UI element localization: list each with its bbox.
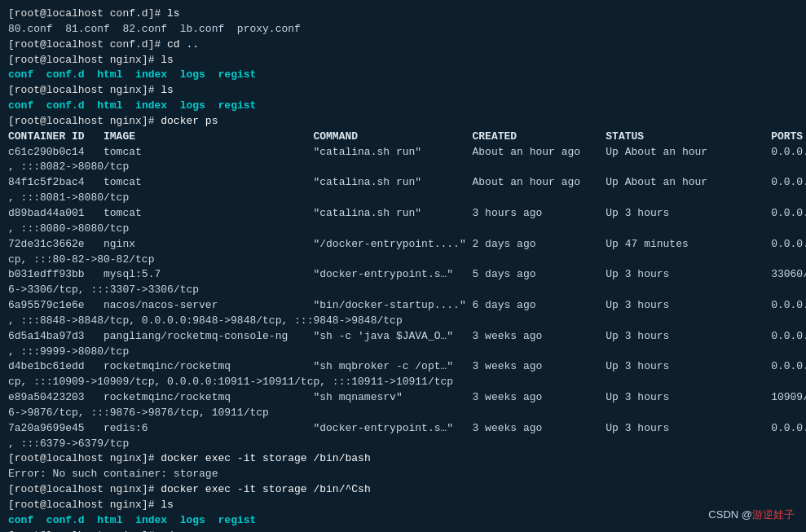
terminal-line: e89a50423203 rocketmqinc/rocketmq "sh mq… bbox=[8, 390, 798, 406]
terminal-line: [root@localhost nginx]# docker exec -it … bbox=[8, 482, 798, 498]
terminal-line: cp, :::80-82->80-82/tcp c_nginx bbox=[8, 253, 798, 268]
terminal-line: CONTAINER ID IMAGE COMMAND CREATED STATU… bbox=[8, 130, 798, 145]
terminal-line: 6d5a14ba97d3 pangliang/rocketmq-console-… bbox=[8, 329, 798, 345]
terminal-line: [root@localhost conf.d]# ls bbox=[8, 7, 798, 22]
terminal-line: , :::8081->8080/tcp c_tomcat1 bbox=[8, 191, 798, 206]
terminal-line: 72de31c3662e nginx "/docker-entrypoint..… bbox=[8, 237, 798, 253]
terminal-line: b031edff93bb mysql:5.7 "docker-entrypoin… bbox=[8, 267, 798, 283]
terminal-line: [root@localhost nginx]# cd .. bbox=[8, 529, 798, 532]
terminal-line: d4be1bc61edd rocketmqinc/rocketmq "sh mq… bbox=[8, 359, 798, 375]
terminal-line: , :::8848->8848/tcp, 0.0.0.0:9848->9848/… bbox=[8, 314, 798, 329]
terminal-line: [root@localhost nginx]# docker ps bbox=[8, 114, 798, 130]
terminal-line: Error: No such container: storage bbox=[8, 467, 798, 482]
terminal-line: [root@localhost conf.d]# cd .. bbox=[8, 37, 798, 53]
terminal-content: [root@localhost conf.d]# ls80.conf 81.co… bbox=[8, 7, 798, 532]
terminal-line: conf conf.d html index logs regist bbox=[8, 68, 798, 83]
terminal-line: [root@localhost nginx]# ls bbox=[8, 53, 798, 68]
terminal-line: 6->9876/tcp, :::9876->9876/tcp, 10911/tc… bbox=[8, 406, 798, 421]
terminal-line: 80.conf 81.conf 82.conf lb.conf proxy.co… bbox=[8, 22, 798, 37]
terminal-line: c61c290b0c14 tomcat "catalina.sh run" Ab… bbox=[8, 145, 798, 160]
terminal-line: [root@localhost nginx]# docker exec -it … bbox=[8, 451, 798, 467]
terminal-line: 6->3306/tcp, :::3307->3306/tcp mysql5.7 bbox=[8, 283, 798, 298]
terminal-line: 7a20a9699e45 redis:6 "docker-entrypoint.… bbox=[8, 421, 798, 437]
terminal-line: , :::6379->6379/tcp redis_6 bbox=[8, 437, 798, 452]
terminal-line: 84f1c5f2bac4 tomcat "catalina.sh run" Ab… bbox=[8, 175, 798, 191]
terminal-window: [root@localhost conf.d]# ls80.conf 81.co… bbox=[0, 0, 806, 532]
terminal-line: , :::8080->8080/tcp c_tomcat bbox=[8, 222, 798, 237]
terminal-line: , :::8082->8080/tcp c_tomcat2 bbox=[8, 160, 798, 175]
terminal-line: , :::9999->8080/tcp rmqadmin bbox=[8, 345, 798, 360]
terminal-line: d89bad44a001 tomcat "catalina.sh run" 3 … bbox=[8, 206, 798, 222]
terminal-line: [root@localhost nginx]# ls bbox=[8, 83, 798, 99]
terminal-line: conf conf.d html index logs regist bbox=[8, 513, 798, 529]
terminal-line: conf conf.d html index logs regist bbox=[8, 99, 798, 114]
terminal-line: 6a95579c1e6e nacos/nacos-server "bin/doc… bbox=[8, 298, 798, 314]
terminal-line: [root@localhost nginx]# ls bbox=[8, 498, 798, 513]
watermark: CSDN @游逆娃子 bbox=[708, 508, 795, 522]
terminal-line: cp, :::10909->10909/tcp, 0.0.0.0:10911->… bbox=[8, 375, 798, 390]
